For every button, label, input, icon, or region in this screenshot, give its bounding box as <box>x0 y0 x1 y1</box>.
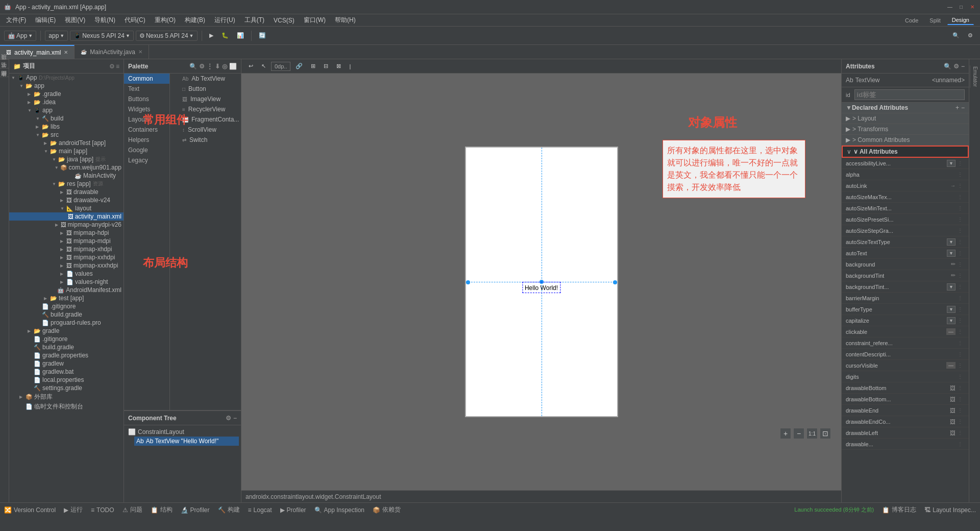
menu-tools[interactable]: 工具(T) <box>240 15 268 26</box>
status-profiler[interactable]: 🔬 Profiler <box>181 506 210 514</box>
settings-button[interactable]: ⚙ <box>965 31 976 40</box>
view-mode-code[interactable]: Code <box>900 16 923 25</box>
tree-item-mipmap-xxxhdpi[interactable]: ▶ 🖼 mipmap-xxxhdpi <box>9 261 124 270</box>
palette-item-scrollview[interactable]: ↕ ScrollView <box>170 125 241 135</box>
zoom-minus-button[interactable]: − <box>793 428 804 439</box>
run-button[interactable]: ▶ <box>206 31 216 40</box>
attr-dropdown[interactable]: ▼ <box>947 238 955 246</box>
attr-img-icon[interactable]: 🖼 <box>950 407 955 414</box>
tab-close-activity-main[interactable]: ✕ <box>64 50 68 55</box>
maximize-button[interactable]: □ <box>958 4 965 11</box>
tab-main-activity[interactable]: ☕ MainActivity.java ✕ <box>75 45 149 59</box>
tree-gear-icon[interactable]: ⚙ <box>226 415 231 422</box>
download-icon[interactable]: ⬇ <box>215 63 220 70</box>
canvas-align-btn[interactable]: ⊟ <box>321 62 331 70</box>
category-legacy[interactable]: Legacy <box>124 155 169 165</box>
tree-item-com[interactable]: ▼ 📦 com.weijun901.app <box>9 163 124 172</box>
tree-item-drawable-v24[interactable]: ▶ 🖼 drawable-v24 <box>9 196 124 204</box>
status-app-inspection[interactable]: 🔍 App Inspection <box>314 506 364 514</box>
tree-item-gradlew[interactable]: 📄 gradlew <box>9 359 124 368</box>
comp-tree-constraintlayout[interactable]: ⬜ ConstraintLayout <box>126 427 239 437</box>
attr-edit-icon[interactable]: ✏ <box>951 261 955 268</box>
layout-section[interactable]: ▶ > Layout <box>842 113 969 124</box>
profile-button[interactable]: 📊 <box>234 31 247 40</box>
tree-item-gradle-properties[interactable]: 📄 gradle.properties <box>9 351 124 359</box>
menu-edit[interactable]: 编辑(E) <box>31 15 60 26</box>
category-helpers[interactable]: Helpers <box>124 135 169 145</box>
close-button[interactable]: ✕ <box>969 4 976 11</box>
status-todo[interactable]: ≡ TODO <box>91 506 114 514</box>
attr-img-icon[interactable]: 🖼 <box>950 430 955 436</box>
category-common[interactable]: Common <box>124 74 169 84</box>
tree-item-app[interactable]: ▼ 📂 app <box>9 82 124 90</box>
tree-item-build-gradle[interactable]: 🔨 build.gradle <box>9 310 124 319</box>
attr-settings-icon[interactable]: ⚙ <box>953 63 959 70</box>
canvas-rotate-btn[interactable]: ↩ <box>246 62 256 70</box>
tree-item-gradle-folder[interactable]: ▶ 📂 gradle <box>9 327 124 335</box>
emulator-tab[interactable]: Emulator <box>970 65 980 88</box>
status-structure[interactable]: 📋 结构 <box>151 505 173 514</box>
tree-item-res[interactable]: ▼ 📂 res [app] 资源 <box>9 180 124 188</box>
comp-tree-textview[interactable]: Ab Ab TextView "Hello World!" <box>134 437 239 446</box>
debug-button[interactable]: 🐛 <box>218 31 232 40</box>
all-attributes-section[interactable]: ∨ ∨ All Attributes <box>842 146 969 158</box>
common-attrs-section[interactable]: ▶ > Common Attributes <box>842 135 969 146</box>
tree-minus-icon[interactable]: − <box>233 415 237 422</box>
menu-refactor[interactable]: 重构(O) <box>151 15 180 26</box>
canvas-guideline-btn[interactable]: | <box>346 62 354 70</box>
category-layouts[interactable]: Layouts <box>124 114 169 125</box>
attr-edit-icon[interactable]: ✏ <box>951 272 955 279</box>
selection-handle-right[interactable] <box>613 280 617 284</box>
tree-item-values-night[interactable]: ▶ 📄 values-night <box>9 278 124 286</box>
tree-item-mipmap-xxhdpi[interactable]: ▶ 🖼 mipmap-xxhdpi <box>9 253 124 261</box>
zoom-fit-button[interactable]: ⊡ <box>820 428 831 439</box>
canvas-constraint-btn[interactable]: ⊠ <box>333 62 344 70</box>
tab-activity-main[interactable]: 🖼 activity_main.xml ✕ <box>0 45 75 59</box>
app-selector[interactable]: 🤖 App ▼ <box>4 31 36 41</box>
menu-build[interactable]: 构建(B) <box>181 15 209 26</box>
more-icon[interactable]: ⋮ <box>207 63 213 70</box>
tree-item-idea[interactable]: ▶ 📂 .idea <box>9 98 124 106</box>
tree-item-drawable[interactable]: ▶ 🖼 drawable <box>9 188 124 196</box>
attr-dropdown[interactable]: ▼ <box>947 283 955 291</box>
palette-item-button[interactable]: □ Button <box>170 84 241 94</box>
tree-item-values[interactable]: ▶ 📄 values <box>9 270 124 278</box>
palette-item-imageview[interactable]: 🖼 ImageView <box>170 94 241 104</box>
tree-item-libs[interactable]: ▶ 📂 libs <box>9 123 124 131</box>
more-attrs-icon[interactable]: − <box>961 104 965 111</box>
attr-dropdown[interactable]: ▼ <box>947 306 955 313</box>
status-logcat[interactable]: ≡ Logcat <box>248 506 272 514</box>
tree-item-build-gradle-root[interactable]: 🔨 build.gradle <box>9 343 124 351</box>
tree-item-java[interactable]: ▼ 📂 java [app] 提示 <box>9 155 124 163</box>
menu-window[interactable]: 窗口(W) <box>300 15 330 26</box>
tree-item-androidtest[interactable]: ▶ 📂 androidTest [app] <box>9 139 124 147</box>
attr-img-icon[interactable]: 🖼 <box>950 419 955 425</box>
tree-item-mipmap-xhdpi[interactable]: ▶ 🖼 mipmap-xhdpi <box>9 245 124 253</box>
category-containers[interactable]: Containers <box>124 125 169 135</box>
view-mode-design[interactable]: Design <box>947 15 974 25</box>
palette-item-textview[interactable]: Ab Ab TextView <box>170 74 241 84</box>
status-version-control[interactable]: 🔀 Version Control <box>4 506 56 514</box>
tree-item-proguard[interactable]: 📄 proguard-rules.pro <box>9 319 124 327</box>
project-tab[interactable]: 项目 <box>0 59 9 68</box>
tree-item-scratch[interactable]: 📄 临时文件和控制台 <box>9 402 124 412</box>
attr-img-icon[interactable]: 🖼 <box>950 385 955 391</box>
view-mode-split[interactable]: Split <box>925 16 945 25</box>
category-text[interactable]: Text <box>124 84 169 94</box>
status-layout-inspect[interactable]: 🏗 Layout Inspec... <box>924 506 976 514</box>
settings-icon[interactable]: ⚙ <box>199 63 205 70</box>
tree-item-test[interactable]: ▶ 📂 test [app] <box>9 294 124 302</box>
attr-minimize-icon[interactable]: − <box>961 63 965 70</box>
minimize-button[interactable]: — <box>946 4 953 11</box>
attr-dash-btn[interactable]: — <box>946 362 955 369</box>
add-attr-icon[interactable]: + <box>955 104 959 111</box>
attr-id-input[interactable] <box>854 89 965 100</box>
canvas-margin-input[interactable]: 0dp.. <box>271 62 290 71</box>
palette-item-recyclerview[interactable]: ≡ RecyclerView <box>170 104 241 114</box>
tree-item-mipmap-mdpi[interactable]: ▶ 🖼 mipmap-mdpi <box>9 237 124 245</box>
tree-item-gradle[interactable]: ▶ 📂 .gradle <box>9 90 124 98</box>
transforms-section[interactable]: ▶ > Transforms <box>842 124 969 135</box>
canvas-link-btn[interactable]: 🔗 <box>292 62 306 70</box>
gear-icon[interactable]: ⚙ <box>109 63 115 70</box>
menu-view[interactable]: 视图(V) <box>61 15 89 26</box>
